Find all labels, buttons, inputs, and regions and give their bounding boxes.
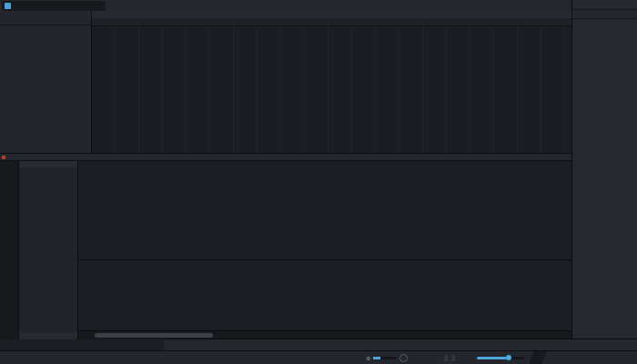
help-button[interactable] [291,2,301,11]
track-device-chip[interactable] [2,1,106,11]
track-panel [0,12,92,153]
page-tabs [572,0,637,10]
browser-tabs [572,10,637,19]
gear-icon[interactable]: ⚙ [366,355,370,361]
performance-meter [373,357,397,359]
fader-strips [78,260,571,330]
transport-bar: ⚙ [0,350,637,364]
mix-console-window [0,153,571,351]
metronome-icon[interactable] [443,355,449,361]
divider [529,351,547,364]
track-list [0,25,91,153]
mix-console-titlebar[interactable] [0,154,571,161]
studio-one-window: ⚙ [0,0,637,364]
arrange-view [0,12,571,153]
record-options-row [164,339,637,350]
console-left-rail [0,161,19,339]
track-panel-toolbar [0,12,91,25]
console-channel-list [19,161,78,339]
insert-strips [78,161,571,260]
track-color-swatch [5,3,11,9]
precount-icon[interactable] [450,355,456,361]
main-volume-slider[interactable] [477,357,524,359]
cpu-ring-icon [399,354,408,362]
clip-lanes [91,25,571,153]
timeline [91,12,571,153]
channel-rows [19,167,77,333]
record-indicator-icon [2,156,5,159]
group-footer [19,333,77,339]
browser-sidebar [571,0,637,339]
top-toolbar [0,0,637,13]
